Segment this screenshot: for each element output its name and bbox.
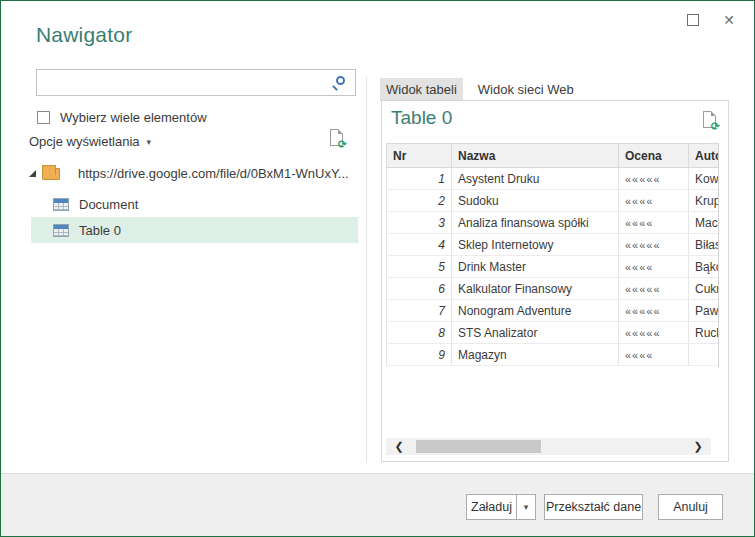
table-row: 3Analiza finansowa spółki««««Maci [387, 212, 720, 234]
cell-ocena: «««« [619, 256, 689, 278]
cell-ocena: ««««« [619, 300, 689, 322]
cell-nazwa: Sklep Internetowy [452, 234, 619, 256]
table-icon [53, 198, 69, 211]
maximize-button[interactable] [682, 9, 704, 31]
load-dropdown-button[interactable]: ▾ [516, 495, 535, 519]
cell-nazwa: Analiza finansowa spółki [452, 212, 619, 234]
footer-bar: Załaduj ▾ Przekształć dane Anuluj [1, 473, 754, 536]
preview-title: Table 0 [391, 107, 452, 129]
cell-nr: 4 [387, 234, 452, 256]
cell-nr: 2 [387, 190, 452, 212]
tree-item-label: Table 0 [79, 223, 121, 238]
scrollbar-thumb[interactable] [416, 440, 541, 453]
search-input[interactable] [37, 70, 332, 95]
cell-nr: 9 [387, 344, 452, 366]
cell-nr: 6 [387, 278, 452, 300]
cell-nazwa: Drink Master [452, 256, 619, 278]
table-row: 9Magazyn«««« [387, 344, 720, 366]
table-icon [53, 224, 69, 237]
table-row: 1Asystent Druku«««««Kowa [387, 168, 720, 190]
scroll-right-icon[interactable]: ❯ [687, 438, 709, 455]
cell-autor: Maci [689, 212, 720, 234]
cell-autor: Bąko [689, 256, 720, 278]
cancel-button[interactable]: Anuluj [658, 494, 723, 520]
cell-nazwa: Asystent Druku [452, 168, 619, 190]
page-title: Nawigator [36, 23, 132, 47]
close-icon: ✕ [723, 12, 735, 28]
cell-ocena: ««««« [619, 234, 689, 256]
cell-nr: 3 [387, 212, 452, 234]
expand-collapse-icon[interactable] [29, 170, 36, 177]
refresh-icon: ⟳ [338, 139, 347, 150]
cell-nr: 7 [387, 300, 452, 322]
preview-table: NrNazwaOcenaAutor 1Asystent Druku«««««Ko… [386, 143, 719, 366]
tree-root-url: https://drive.google.com/file/d/0BxM1-Wn… [78, 166, 349, 181]
column-header-autor: Autor [689, 144, 720, 168]
cell-autor: Biłas [689, 234, 720, 256]
cell-nazwa: Sudoku [452, 190, 619, 212]
tab-widok-tabeli[interactable]: Widok tabeli [380, 78, 463, 102]
load-split-button: Załaduj ▾ [466, 494, 536, 520]
multi-select-row: Wybierz wiele elementów [37, 110, 207, 125]
search-icon[interactable] [332, 76, 345, 89]
refresh-source-button[interactable]: ⟳ [330, 129, 343, 146]
cell-ocena: «««« [619, 212, 689, 234]
cell-nr: 5 [387, 256, 452, 278]
table-row: 8STS Analizator«««««Ruck [387, 322, 720, 344]
table-row: 4Sklep Internetowy«««««Biłas [387, 234, 720, 256]
cell-ocena: ««««« [619, 168, 689, 190]
search-box [36, 69, 356, 96]
page-fold-icon [338, 129, 343, 134]
column-header-nr: Nr [387, 144, 452, 168]
column-header-ocena: Ocena [619, 144, 689, 168]
cell-nr: 1 [387, 168, 452, 190]
tree-root[interactable]: https://drive.google.com/file/d/0BxM1-Wn… [29, 166, 359, 181]
cell-nazwa: Kalkulator Finansowy [452, 278, 619, 300]
tree-items: DocumentTable 0 [31, 191, 358, 243]
preview-table-container: NrNazwaOcenaAutor 1Asystent Druku«««««Ko… [386, 143, 719, 367]
refresh-icon: ⟳ [711, 121, 720, 132]
table-row: 5Drink Master««««Bąko [387, 256, 720, 278]
scroll-left-icon[interactable]: ❮ [388, 438, 410, 455]
load-button[interactable]: Załaduj [467, 495, 516, 519]
page-fold-icon [711, 111, 716, 116]
table-row: 7Nonogram Adventure«««««Pawl [387, 300, 720, 322]
tree-item-table-0[interactable]: Table 0 [31, 217, 358, 243]
chevron-down-icon: ▾ [147, 137, 152, 147]
display-options-label: Opcje wyświetlania [29, 134, 140, 149]
horizontal-scrollbar[interactable]: ❮ ❯ [386, 438, 711, 455]
cell-nr: 8 [387, 322, 452, 344]
maximize-icon [687, 14, 699, 26]
cell-ocena: ««««« [619, 278, 689, 300]
preview-tabs: Widok tabeliWidok sieci Web [380, 78, 589, 102]
tree-item-document[interactable]: Document [31, 191, 358, 217]
cell-autor: Krup [689, 190, 720, 212]
preview-panel: Table 0 ⟳ NrNazwaOcenaAutor 1Asystent Dr… [381, 100, 729, 462]
cell-autor: Kowa [689, 168, 720, 190]
cell-autor: Ruck [689, 322, 720, 344]
column-header-nazwa: Nazwa [452, 144, 619, 168]
cell-ocena: «««« [619, 344, 689, 366]
table-row: 6Kalkulator Finansowy«««««Cukr [387, 278, 720, 300]
preview-table-body: 1Asystent Druku«««««Kowa2Sudoku««««Krup3… [387, 168, 720, 366]
tree-item-label: Document [79, 197, 138, 212]
multi-select-checkbox[interactable] [37, 111, 50, 124]
cell-nazwa: Magazyn [452, 344, 619, 366]
cell-autor: Pawl [689, 300, 720, 322]
cell-ocena: ««««« [619, 322, 689, 344]
window-controls: ✕ [682, 9, 740, 31]
multi-select-label: Wybierz wiele elementów [60, 110, 207, 125]
tab-widok-sieci-web[interactable]: Widok sieci Web [472, 78, 580, 102]
cell-nazwa: STS Analizator [452, 322, 619, 344]
cell-ocena: «««« [619, 190, 689, 212]
cell-autor: Cukr [689, 278, 720, 300]
preview-table-head-row: NrNazwaOcenaAutor [387, 144, 720, 168]
panel-divider [366, 77, 367, 463]
cell-autor [689, 344, 720, 366]
close-button[interactable]: ✕ [718, 9, 740, 31]
folder-icon [42, 168, 60, 180]
transform-data-button[interactable]: Przekształć dane [544, 494, 643, 520]
cell-nazwa: Nonogram Adventure [452, 300, 619, 322]
display-options[interactable]: Opcje wyświetlania ▾ [29, 134, 151, 149]
refresh-preview-button[interactable]: ⟳ [703, 111, 716, 128]
